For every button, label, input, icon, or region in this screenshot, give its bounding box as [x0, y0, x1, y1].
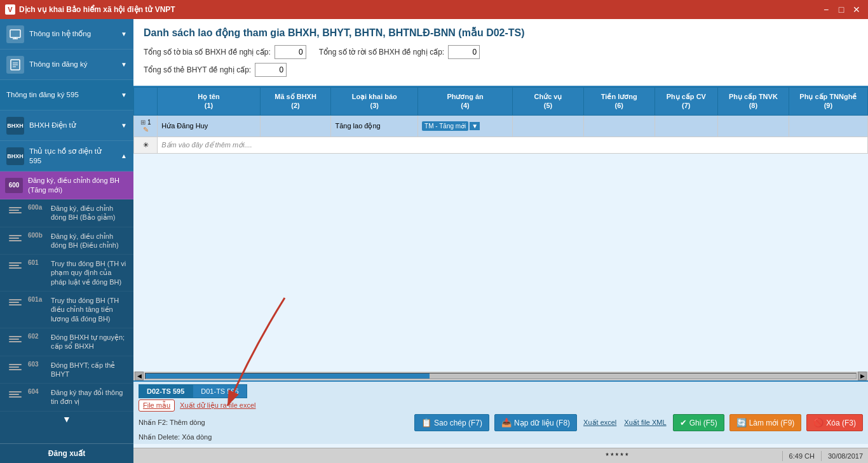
- cell-tien-luong[interactable]: [583, 115, 654, 137]
- table-scroll[interactable]: Họ tên(1) Mã số BHXH(2) Loại khai báo(3)…: [133, 87, 868, 372]
- sub-icon-603: [8, 361, 23, 373]
- maximize-button[interactable]: □: [835, 3, 848, 16]
- svg-rect-0: [10, 30, 20, 37]
- sub-icon-601: [8, 259, 23, 272]
- sidebar-sub-item-600b[interactable]: 600b Đăng ký, điều chỉnh đóng BH (Điều c…: [0, 227, 133, 255]
- sidebar: Thông tin hệ thống ▼ Thông tin đăng ký ▼…: [0, 19, 133, 463]
- new-row-hint-text: Bấm vào đây để thêm mới....: [161, 141, 252, 149]
- input-the-bhyt[interactable]: [255, 63, 287, 77]
- col-ma-bhxh: Mã số BHXH(2): [260, 88, 331, 116]
- sidebar-sub-item-601[interactable]: 601 Truy thu đóng BH (TH vi phạm quy địn…: [0, 255, 133, 292]
- table-container: Họ tên(1) Mã số BHXH(2) Loại khai báo(3)…: [133, 87, 868, 448]
- phuong-an-dropdown[interactable]: ▼: [470, 122, 480, 130]
- sub-text-603: Đóng BHYT; cấp thẻ BHYT: [51, 361, 128, 379]
- sidebar-item-arrow: ▼: [121, 91, 127, 98]
- cell-phuong-an[interactable]: TM - Tăng mới ▼: [418, 115, 513, 137]
- edit-icon[interactable]: ✎: [143, 126, 149, 133]
- xuat-excel-button[interactable]: Xuất excel: [582, 417, 618, 428]
- sub-num-604: 604: [28, 388, 46, 395]
- cell-ho-ten[interactable]: Hứa Đăng Huy: [158, 115, 260, 137]
- hint-f2: Nhấn F2: Thêm dòng: [139, 419, 205, 427]
- phuong-an-value: TM - Tăng mới: [422, 121, 468, 131]
- sao-chep-icon: 📋: [421, 418, 431, 427]
- sub-text-601a: Truy thu đóng BH (TH điều chỉnh tăng tiề…: [51, 296, 128, 323]
- content-header: Danh sách lao động tham gia BHXH, BHYT, …: [133, 19, 868, 87]
- nap-du-lieu-button[interactable]: 📥 Nạp dữ liệu (F8): [494, 414, 577, 431]
- horizontal-scrollbar[interactable]: ◀ ▶: [133, 372, 868, 380]
- minimize-button[interactable]: −: [820, 3, 832, 16]
- hint-delete-row: Nhấn Delete: Xóa dòng: [139, 433, 863, 441]
- title-bar-left: V Dịch vụ khai Bảo hiểm xã hội điện tử V…: [5, 4, 175, 15]
- sub-text-600b: Đăng ký, điều chỉnh đóng BH (Điều chỉnh): [51, 232, 128, 250]
- title-bar-controls: − □ ✕: [820, 3, 863, 16]
- links-row: File mẫu Xuất dữ liệu ra file excel: [139, 399, 863, 412]
- status-divider-2: [821, 451, 822, 461]
- sidebar-sub-item-600a[interactable]: 600a Đăng ký, điều chỉnh đóng BH (Bảo gi…: [0, 199, 133, 227]
- sidebar-item-arrow: ▼: [121, 122, 127, 129]
- sidebar-item-thong-tin-dang-ky-595[interactable]: Thông tin đăng ký 595 ▼: [0, 80, 133, 111]
- table-row[interactable]: ⊞ 1 ✎ Hứa Đăng Huy Tăng lao động TM - Tă…: [134, 115, 868, 137]
- ghi-button[interactable]: ✔ Ghi (F5): [673, 414, 724, 431]
- form-row-2: Tổng số thẻ BHYT đề nghị cấp:: [144, 63, 858, 77]
- col-phu-cap-tnvk: Phụ cấp TNVK(8): [717, 88, 789, 116]
- sidebar-sub-item-600[interactable]: 600 Đăng ký, điều chỉnh đóng BH (Tăng mớ…: [0, 171, 133, 199]
- input-to-bia[interactable]: [275, 45, 306, 59]
- form-group-2: Tổng số tờ rời số BHXH đề nghị cấp:: [319, 45, 480, 59]
- sub-text-604: Đăng ký thay đổi thông tin đơn vị: [51, 388, 128, 406]
- sidebar-sub-item-604[interactable]: 604 Đăng ký thay đổi thông tin đơn vị: [0, 384, 133, 412]
- input-to-roi[interactable]: [448, 45, 480, 59]
- expand-icon[interactable]: ⊞: [140, 119, 146, 126]
- thu-tuc-icon: BHXH: [6, 147, 24, 165]
- scroll-track[interactable]: [145, 373, 857, 379]
- sao-chep-button[interactable]: 📋 Sao chép (F7): [414, 414, 489, 431]
- sidebar-sub-item-603[interactable]: 603 Đóng BHYT; cấp thẻ BHYT: [0, 356, 133, 384]
- status-bar: ***** 6:49 CH 30/08/2017: [133, 448, 868, 463]
- sidebar-item-label: Thông tin đăng ký: [29, 60, 116, 69]
- sidebar-item-thong-tin-he-thong[interactable]: Thông tin hệ thống ▼: [0, 19, 133, 50]
- ghi-label: Ghi (F5): [689, 419, 717, 427]
- col-phuong-an: Phương án(4): [418, 88, 513, 116]
- xuat-xml-button[interactable]: Xuất file XML: [623, 417, 667, 428]
- reg-info-icon: [6, 56, 24, 74]
- sidebar-scroll-down[interactable]: ▼: [0, 412, 133, 427]
- hint-delete: Nhấn Delete: Xóa dòng: [139, 433, 212, 441]
- sidebar-footer-logout[interactable]: Đăng xuất: [0, 443, 133, 463]
- lam-moi-button[interactable]: 🔄 Làm mới (F9): [729, 414, 802, 431]
- scroll-right-btn[interactable]: ▶: [858, 372, 867, 380]
- sidebar-item-bhxh-dien-tu[interactable]: BHXH BHXH Điện tử ▼: [0, 111, 133, 141]
- sub-num-603: 603: [28, 361, 46, 368]
- sidebar-sub-item-601a[interactable]: 601a Truy thu đóng BH (TH điều chỉnh tăn…: [0, 292, 133, 328]
- close-button[interactable]: ✕: [850, 3, 863, 16]
- title-bar: V Dịch vụ khai Bảo hiểm xã hội điện tử V…: [0, 0, 868, 19]
- cell-ma-bhxh[interactable]: [260, 115, 331, 137]
- file-mau-link[interactable]: File mẫu: [139, 399, 175, 412]
- form-group-3: Tổng số thẻ BHYT đề nghị cấp:: [144, 63, 287, 77]
- sidebar-item-arrow: ▲: [121, 152, 127, 159]
- cell-chuc-vu[interactable]: [513, 115, 584, 137]
- sidebar-sub-item-602[interactable]: 602 Đóng BHXH tự nguyện; cấp sổ BHXH: [0, 328, 133, 356]
- tab-d01-ts-595[interactable]: D01-TS 595: [193, 384, 247, 398]
- tab-d02-ts-595[interactable]: D02-TS 595: [139, 384, 193, 398]
- scroll-left-btn[interactable]: ◀: [135, 372, 144, 380]
- sub-icon-601a: [8, 296, 23, 309]
- cell-phu-cap-tnvk[interactable]: [717, 115, 789, 137]
- cell-phu-cap-cv[interactable]: [654, 115, 717, 137]
- sidebar-item-label: Thủ tục hồ sơ điện tử 595: [29, 147, 116, 166]
- sidebar-item-label: BHXH Điện tử: [29, 121, 116, 130]
- scroll-thumb[interactable]: [146, 373, 430, 379]
- xoa-button[interactable]: 🚫 Xóa (F3): [806, 414, 863, 431]
- cell-loai-khai-bao: Tăng lao động: [331, 115, 418, 137]
- cell-phu-cap-tnn[interactable]: [789, 115, 867, 137]
- sub-num-600a: 600a: [28, 204, 46, 211]
- xoa-label: Xóa (F3): [826, 419, 856, 427]
- ghi-icon: ✔: [680, 418, 687, 427]
- col-ho-ten: Họ tên(1): [158, 88, 260, 116]
- new-row-hint-cell[interactable]: Bấm vào đây để thêm mới....: [158, 137, 868, 153]
- link-separator[interactable]: Xuất dữ liệu ra file excel: [180, 401, 255, 410]
- new-row[interactable]: ✳ Bấm vào đây để thêm mới....: [134, 137, 868, 153]
- bottom-tabs: D02-TS 595 D01-TS 595: [139, 384, 863, 398]
- sub-icon-604: [8, 388, 23, 401]
- bhxh-icon: BHXH: [6, 117, 24, 135]
- sidebar-item-thu-tuc-ho-so[interactable]: BHXH Thủ tục hồ sơ điện tử 595 ▲: [0, 141, 133, 171]
- sidebar-item-thong-tin-dang-ky[interactable]: Thông tin đăng ký ▼: [0, 50, 133, 80]
